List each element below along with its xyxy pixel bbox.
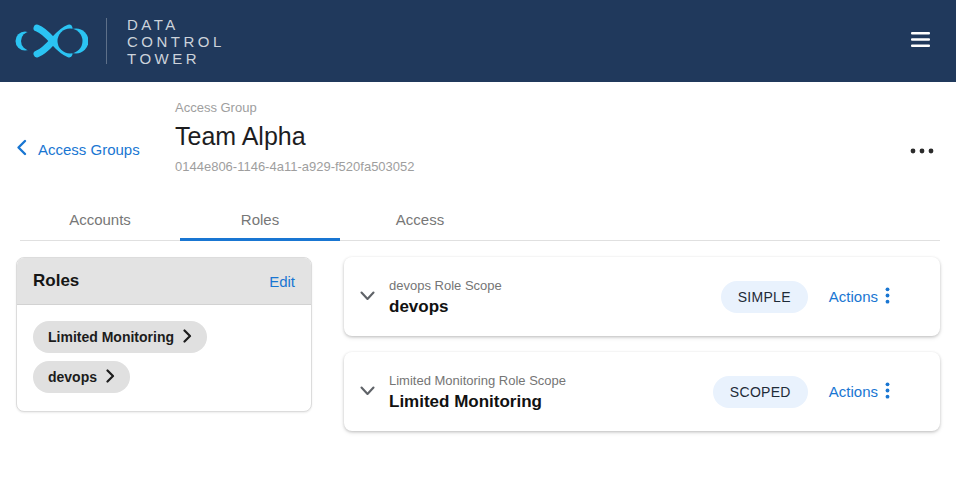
chevron-right-icon xyxy=(106,369,115,386)
roles-panel-body: Limited Monitoring devops xyxy=(17,305,311,411)
page-title: Team Alpha xyxy=(175,120,415,152)
role-card-text: Limited Monitoring Role Scope Limited Mo… xyxy=(389,372,566,412)
page-head: Access Groups Access Group Team Alpha 01… xyxy=(16,82,940,175)
role-type-badge: SIMPLE xyxy=(721,281,808,313)
chevron-left-icon xyxy=(16,139,27,159)
page-content: Access Groups Access Group Team Alpha 01… xyxy=(0,82,956,431)
tab-access[interactable]: Access xyxy=(340,197,500,240)
role-chip-devops[interactable]: devops xyxy=(33,361,130,393)
brand-divider xyxy=(106,18,107,64)
back-to-access-groups-link[interactable]: Access Groups xyxy=(16,139,175,159)
role-card-controls: SIMPLE Actions xyxy=(721,281,890,313)
brand-line: CONTROL xyxy=(127,33,225,50)
chevron-down-icon xyxy=(360,289,375,304)
back-link-label: Access Groups xyxy=(38,141,140,158)
brand-line: DATA xyxy=(127,16,225,33)
role-actions-button[interactable]: Actions xyxy=(829,287,890,307)
role-chip-label: devops xyxy=(48,369,97,385)
kebab-vertical-icon xyxy=(885,287,890,307)
actions-label: Actions xyxy=(829,383,878,400)
app-header: DATA CONTROL TOWER xyxy=(0,0,956,82)
hamburger-menu-button[interactable] xyxy=(909,26,932,56)
roles-panel: Roles Edit Limited Monitoring devops xyxy=(16,257,312,412)
tabs-bar: Accounts Roles Access xyxy=(20,197,940,241)
more-horizontal-icon xyxy=(910,142,934,157)
role-type-badge: SCOPED xyxy=(713,376,808,408)
role-actions-button[interactable]: Actions xyxy=(829,382,890,402)
expand-role-button[interactable] xyxy=(356,380,379,403)
main-area: Roles Edit Limited Monitoring devops xyxy=(16,257,940,431)
title-block: Access Group Team Alpha 0144e806-1146-4a… xyxy=(175,82,415,175)
tab-accounts[interactable]: Accounts xyxy=(20,197,180,240)
roles-panel-header: Roles Edit xyxy=(17,258,311,305)
expand-role-button[interactable] xyxy=(356,285,379,308)
role-scope-label: devops Role Scope xyxy=(389,277,502,294)
entity-id: 0144e806-1146-4a11-a929-f520fa503052 xyxy=(175,159,415,175)
entity-type-label: Access Group xyxy=(175,100,415,116)
hamburger-icon xyxy=(911,32,930,50)
kebab-vertical-icon xyxy=(885,382,890,402)
role-chip-label: Limited Monitoring xyxy=(48,329,174,345)
role-card-controls: SCOPED Actions xyxy=(713,376,890,408)
role-scope-label: Limited Monitoring Role Scope xyxy=(389,372,566,389)
role-name: Limited Monitoring xyxy=(389,391,566,412)
brand-line: TOWER xyxy=(127,50,225,67)
role-cards-list: devops Role Scope devops SIMPLE Actions xyxy=(344,257,940,431)
role-card-devops: devops Role Scope devops SIMPLE Actions xyxy=(344,257,940,336)
edit-roles-button[interactable]: Edit xyxy=(269,273,295,290)
role-chip-limited-monitoring[interactable]: Limited Monitoring xyxy=(33,321,207,353)
actions-label: Actions xyxy=(829,288,878,305)
role-card-text: devops Role Scope devops xyxy=(389,277,502,317)
more-actions-button[interactable] xyxy=(904,138,940,161)
brand-logo-icon xyxy=(14,15,88,67)
brand-wordmark: DATA CONTROL TOWER xyxy=(127,16,225,67)
tab-roles[interactable]: Roles xyxy=(180,197,340,240)
role-name: devops xyxy=(389,296,502,317)
roles-panel-title: Roles xyxy=(33,271,79,291)
chevron-down-icon xyxy=(360,384,375,399)
screen: DATA CONTROL TOWER xyxy=(0,0,956,483)
role-card-limited-monitoring: Limited Monitoring Role Scope Limited Mo… xyxy=(344,352,940,431)
chevron-right-icon xyxy=(183,329,192,346)
